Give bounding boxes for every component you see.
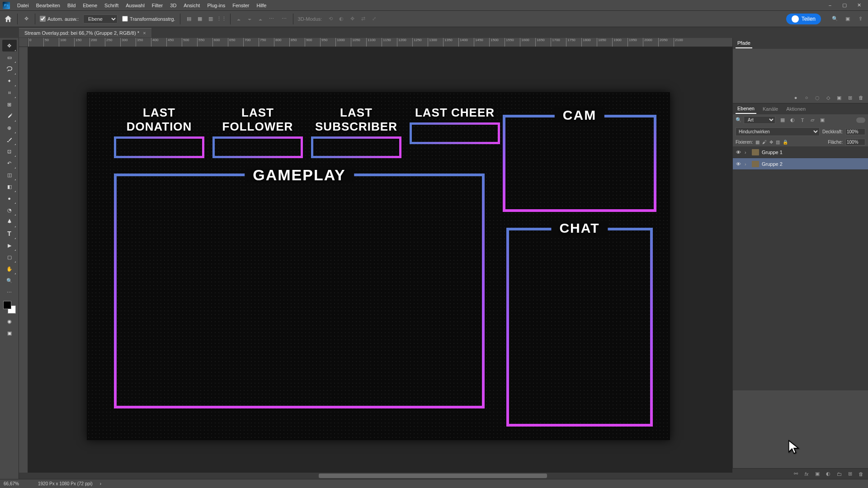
lasso-tool[interactable] xyxy=(2,63,17,75)
foreground-color-swatch[interactable] xyxy=(3,301,11,309)
crop-tool[interactable]: ⌗ xyxy=(2,87,17,99)
tab-ebenen[interactable]: Ebenen xyxy=(736,104,756,114)
delete-layer-icon[interactable]: 🗑 xyxy=(857,470,864,478)
layer-name-label[interactable]: Gruppe 1 xyxy=(762,150,783,155)
tab-pfade[interactable]: Pfade xyxy=(736,38,752,48)
menu-auswahl[interactable]: Auswahl xyxy=(122,1,148,10)
move-tool[interactable]: ✥ xyxy=(2,40,17,52)
share-button[interactable]: Teilen xyxy=(786,14,821,24)
zoom-level[interactable]: 66,67% xyxy=(4,481,31,486)
color-swatches[interactable] xyxy=(3,301,16,314)
workspace-icon[interactable]: ▣ xyxy=(844,15,852,23)
more-align-icon[interactable]: ⋯ xyxy=(280,15,288,23)
brush-tool[interactable] xyxy=(2,134,17,145)
align-bottom-icon[interactable]: ⫠ xyxy=(257,15,265,23)
menu-bild[interactable]: Bild xyxy=(64,1,79,10)
horizontal-ruler[interactable]: 0501001502002503003504004505005506006507… xyxy=(28,38,732,47)
layer-mask-icon[interactable]: ▣ xyxy=(814,470,821,478)
filter-shape-icon[interactable]: ▱ xyxy=(809,117,816,123)
opacity-input[interactable] xyxy=(845,128,865,135)
align-middle-icon[interactable]: ⫟ xyxy=(246,15,254,23)
cam-frame[interactable]: CAM xyxy=(503,115,656,212)
lock-all-icon[interactable]: 🔒 xyxy=(783,140,788,145)
filter-toggle[interactable] xyxy=(856,117,865,123)
lock-position-icon[interactable]: ✥ xyxy=(769,140,773,145)
blend-mode-select[interactable]: Hindurchwirken xyxy=(736,127,820,136)
last-cheer-box[interactable]: LAST CHEER xyxy=(410,106,500,158)
layer-row[interactable]: 👁›Gruppe 1 xyxy=(733,146,868,158)
dodge-tool[interactable]: ◔ xyxy=(2,204,17,216)
eraser-tool[interactable]: ◫ xyxy=(2,169,17,181)
layer-style-icon[interactable]: fx xyxy=(803,470,810,478)
menu-schrift[interactable]: Schrift xyxy=(101,1,122,10)
last-follower-box[interactable]: LAST FOLLOWER xyxy=(212,106,303,158)
type-tool[interactable]: T xyxy=(2,228,17,239)
marquee-tool[interactable]: ▭ xyxy=(2,52,17,63)
adjustment-layer-icon[interactable]: ◐ xyxy=(825,470,832,478)
quick-mask-icon[interactable]: ◉ xyxy=(2,315,17,327)
hand-tool[interactable]: ✋ xyxy=(2,263,17,275)
gradient-tool[interactable]: ◧ xyxy=(2,181,17,192)
pen-tool[interactable] xyxy=(2,216,17,228)
ruler-origin[interactable] xyxy=(19,38,28,47)
path-to-selection-icon[interactable]: ◌ xyxy=(814,94,821,101)
artboard[interactable]: LAST DONATION LAST FOLLOWER LAST SUBSCRI… xyxy=(87,92,670,440)
filter-type-icon[interactable]: T xyxy=(799,117,806,123)
menu-ebene[interactable]: Ebene xyxy=(79,1,101,10)
path-selection-tool[interactable]: ▶ xyxy=(2,239,17,251)
magic-wand-tool[interactable]: ✦ xyxy=(2,75,17,87)
transform-controls-checkbox[interactable]: Transformationsstrg. xyxy=(122,16,175,22)
edit-toolbar-icon[interactable]: ⋯ xyxy=(2,286,17,298)
paths-panel-body[interactable] xyxy=(733,49,868,92)
stroke-path-icon[interactable]: ○ xyxy=(803,94,810,101)
rectangle-tool[interactable]: ▢ xyxy=(2,251,17,263)
lock-image-icon[interactable]: 🖌 xyxy=(762,140,767,145)
auto-select-checkbox[interactable]: Autom. ausw.: xyxy=(40,16,79,22)
screen-mode-icon[interactable]: ▣ xyxy=(2,327,17,339)
window-close[interactable]: ✕ xyxy=(853,1,865,9)
window-minimize[interactable]: − xyxy=(824,1,836,9)
align-left-icon[interactable]: ▤ xyxy=(185,15,193,23)
gameplay-frame[interactable]: GAMEPLAY xyxy=(114,174,485,408)
visibility-toggle-icon[interactable]: 👁 xyxy=(735,150,742,155)
canvas-viewport[interactable]: LAST DONATION LAST FOLLOWER LAST SUBSCRI… xyxy=(28,47,732,479)
healing-brush-tool[interactable]: ⊕ xyxy=(2,122,17,134)
new-layer-icon[interactable]: ⊞ xyxy=(846,470,854,478)
link-layers-icon[interactable]: ⚯ xyxy=(792,470,799,478)
vertical-ruler[interactable] xyxy=(19,47,28,479)
distribute-h-icon[interactable]: ⋮⋮ xyxy=(217,15,226,23)
auto-select-type[interactable]: Ebene xyxy=(83,14,118,23)
clone-stamp-tool[interactable]: ⊡ xyxy=(2,145,17,157)
fill-path-icon[interactable]: ● xyxy=(792,94,799,101)
menu-hilfe[interactable]: Hilfe xyxy=(253,1,270,10)
search-icon[interactable]: 🔍 xyxy=(831,15,839,23)
tab-kanaele[interactable]: Kanäle xyxy=(761,104,780,113)
layer-name-label[interactable]: Gruppe 2 xyxy=(762,161,783,167)
menu-plugins[interactable]: Plug-ins xyxy=(203,1,229,10)
filter-adjust-icon[interactable]: ◐ xyxy=(789,117,796,123)
last-donation-box[interactable]: LAST DONATION xyxy=(114,106,204,158)
align-top-icon[interactable]: ⫠ xyxy=(235,15,243,23)
menu-datei[interactable]: Datei xyxy=(14,1,33,10)
lock-artboard-icon[interactable]: ▥ xyxy=(776,140,780,145)
expand-icon[interactable]: › xyxy=(745,150,749,155)
align-center-h-icon[interactable]: ▦ xyxy=(196,15,204,23)
menu-3d[interactable]: 3D xyxy=(166,1,180,10)
menu-fenster[interactable]: Fenster xyxy=(229,1,253,10)
horizontal-scrollbar[interactable] xyxy=(19,473,732,479)
fill-input[interactable] xyxy=(845,139,865,145)
new-group-icon[interactable]: 🗀 xyxy=(835,470,843,478)
chat-frame[interactable]: CHAT xyxy=(506,228,653,427)
window-maximize[interactable]: ▢ xyxy=(838,1,851,9)
menu-ansicht[interactable]: Ansicht xyxy=(180,1,203,10)
align-right-icon[interactable]: ▥ xyxy=(207,15,215,23)
layer-row[interactable]: 👁›Gruppe 2 xyxy=(733,158,868,170)
distribute-v-icon[interactable]: ⋯ xyxy=(268,15,276,23)
add-mask-icon[interactable]: ▣ xyxy=(835,94,843,101)
history-brush-tool[interactable]: ↶ xyxy=(2,157,17,169)
lock-transparency-icon[interactable]: ▦ xyxy=(755,140,760,145)
zoom-tool[interactable]: 🔍 xyxy=(2,275,17,286)
document-tab[interactable]: Stream Overlay.psd: bei 66,7% (Gruppe 2,… xyxy=(19,28,151,38)
expand-icon[interactable]: › xyxy=(745,161,749,167)
last-subscriber-box[interactable]: LAST SUBSCRIBER xyxy=(311,106,401,158)
